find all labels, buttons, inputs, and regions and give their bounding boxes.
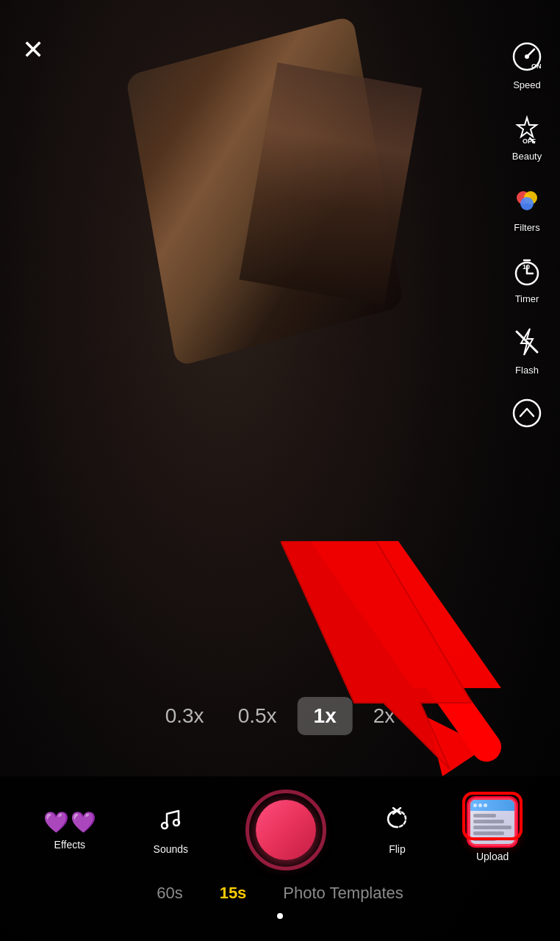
speed-label: Speed	[513, 79, 541, 90]
controls-row: 💜💜 Effects Sounds	[0, 776, 560, 878]
zoom-controls: 0.3x 0.5x 1x 2x	[152, 697, 409, 735]
beauty-label: Beauty	[512, 151, 542, 162]
svg-point-7	[520, 197, 534, 210]
close-button[interactable]: ✕	[22, 37, 44, 63]
svg-text:OFF: OFF	[523, 137, 536, 144]
flip-button[interactable]: Flip	[383, 805, 411, 855]
record-button[interactable]	[245, 790, 326, 870]
speed-tool[interactable]: ON Speed	[507, 37, 547, 90]
photo-templates-tab[interactable]: Photo Templates	[283, 884, 403, 903]
effects-icon: 💜💜	[43, 810, 96, 834]
svg-text:ON: ON	[531, 62, 542, 70]
filters-icon	[507, 179, 547, 219]
right-toolbar: ON Speed OFF Beauty Filters	[507, 37, 547, 433]
sounds-label: Sounds	[154, 843, 188, 855]
effects-label: Effects	[54, 839, 86, 851]
indicator-dot	[277, 913, 283, 919]
flash-icon	[507, 322, 547, 362]
duration-15s[interactable]: 15s	[220, 884, 247, 903]
upload-preview-thumbnail	[468, 798, 517, 846]
flash-tool[interactable]: Flash	[507, 322, 547, 376]
zoom-1x[interactable]: 1x	[298, 697, 353, 735]
filters-label: Filters	[514, 222, 539, 233]
speed-icon: ON	[507, 37, 547, 76]
zoom-05x[interactable]: 0.5x	[225, 698, 290, 734]
svg-point-1	[525, 54, 529, 59]
flash-label: Flash	[515, 365, 539, 376]
svg-point-20	[162, 823, 168, 829]
timer-tool[interactable]: 10 Timer	[507, 251, 547, 304]
sounds-icon	[157, 805, 184, 839]
more-tool[interactable]	[507, 393, 547, 433]
timer-label: Timer	[515, 293, 539, 304]
flip-label: Flip	[389, 843, 406, 855]
record-button-inner	[256, 800, 316, 860]
beauty-tool[interactable]: OFF Beauty	[507, 108, 547, 162]
zoom-2x[interactable]: 2x	[360, 698, 409, 734]
timer-icon: 10	[507, 251, 547, 290]
more-icon	[507, 393, 547, 433]
effects-button[interactable]: 💜💜 Effects	[43, 810, 96, 851]
flip-icon	[383, 805, 411, 839]
svg-text:10: 10	[523, 263, 530, 271]
upload-button[interactable]: Upload	[468, 798, 517, 862]
svg-point-14	[514, 400, 540, 426]
filters-tool[interactable]: Filters	[507, 179, 547, 233]
duration-60s[interactable]: 60s	[157, 884, 182, 903]
duration-tabs: 60s 15s Photo Templates	[0, 878, 560, 909]
bottom-controls-section: 💜💜 Effects Sounds	[0, 776, 560, 941]
sounds-button[interactable]: Sounds	[154, 805, 188, 855]
zoom-03x[interactable]: 0.3x	[152, 698, 218, 734]
bottom-indicator	[0, 909, 560, 919]
upload-label: Upload	[476, 851, 509, 862]
beauty-icon: OFF	[507, 108, 547, 148]
svg-point-21	[173, 820, 179, 826]
